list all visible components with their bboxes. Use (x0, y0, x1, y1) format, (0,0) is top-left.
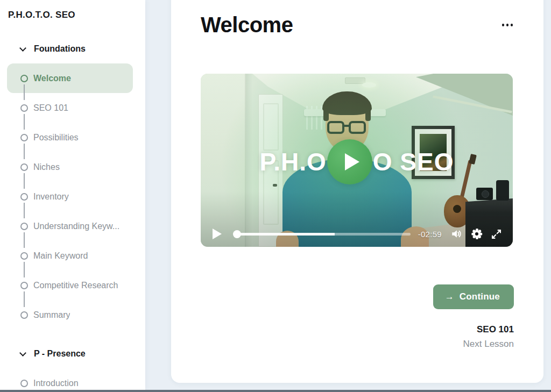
lesson-status-icon (20, 193, 28, 201)
lesson-status-icon (20, 104, 28, 112)
window-bottom-edge (0, 390, 551, 392)
play-button[interactable] (327, 139, 372, 184)
section-label: Foundations (34, 44, 86, 54)
scrubber-handle[interactable] (233, 230, 241, 238)
arrow-right-icon: → (445, 291, 454, 302)
section-p-presence[interactable]: P - Presence (20, 349, 145, 359)
continue-button[interactable]: → Continue (433, 284, 514, 309)
sidebar-item-niches[interactable]: Niches (0, 152, 145, 182)
time-remaining: -02:59 (418, 230, 442, 239)
lesson-status-icon (20, 311, 28, 319)
lesson-status-icon (20, 134, 28, 141)
sidebar-item-competitive-research[interactable]: Competitive Research (0, 270, 145, 300)
next-lesson-block: SEO 101 Next Lesson (201, 324, 514, 350)
settings-gear-icon[interactable] (471, 229, 482, 239)
sidebar-item-understanding-keywords[interactable]: Understanding Keyw... (0, 211, 145, 241)
course-title: P.H.O.T.O. SEO (0, 0, 145, 20)
continue-row: → Continue (201, 284, 514, 309)
lesson-status-icon (20, 75, 28, 82)
sidebar-item-inventory[interactable]: Inventory (0, 182, 145, 211)
sidebar-item-seo-101[interactable]: SEO 101 (0, 93, 145, 123)
lesson-status-icon (20, 380, 28, 387)
video-player[interactable]: P.H.O O SEO -02:59 (201, 74, 513, 247)
sidebar-item-main-keyword[interactable]: Main Keyword (0, 241, 145, 270)
next-lesson-subtitle: Next Lesson (201, 339, 514, 350)
sidebar-item-introduction[interactable]: Introduction (0, 368, 145, 390)
lesson-status-icon (20, 223, 28, 230)
chevron-down-icon (19, 45, 26, 52)
play-icon[interactable] (213, 229, 222, 239)
sidebar-item-possibilities[interactable]: Possibilities (0, 123, 145, 152)
lesson-card: Welcome (171, 0, 543, 383)
sidebar-item-welcome[interactable]: Welcome (7, 63, 133, 93)
section-label: P - Presence (34, 349, 86, 359)
next-lesson-title: SEO 101 (201, 324, 514, 335)
video-controls: -02:59 (213, 228, 502, 240)
lesson-status-icon (20, 252, 28, 260)
video-title-overlay: P.H.O O SEO (201, 139, 513, 184)
lesson-list-p-presence: Introduction (0, 368, 145, 390)
lesson-status-icon (20, 282, 28, 289)
fullscreen-icon[interactable] (491, 229, 502, 240)
brand-text-left: P.H.O (259, 147, 326, 176)
lesson-list-foundations: Welcome SEO 101 Possibilities Niches Inv… (0, 63, 145, 330)
page-title: Welcome (201, 13, 293, 37)
sidebar-item-summary[interactable]: Summary (0, 300, 145, 330)
chevron-down-icon (19, 350, 26, 357)
course-sidebar: P.H.O.T.O. SEO Foundations Welcome SEO 1… (0, 0, 145, 390)
lesson-header: Welcome (201, 0, 514, 37)
brand-text-right: O SEO (373, 147, 454, 176)
section-foundations[interactable]: Foundations (20, 44, 145, 54)
progress-bar[interactable] (234, 230, 411, 238)
lesson-status-icon (20, 163, 28, 171)
volume-icon[interactable] (450, 228, 463, 240)
kebab-menu-icon[interactable] (501, 19, 514, 31)
